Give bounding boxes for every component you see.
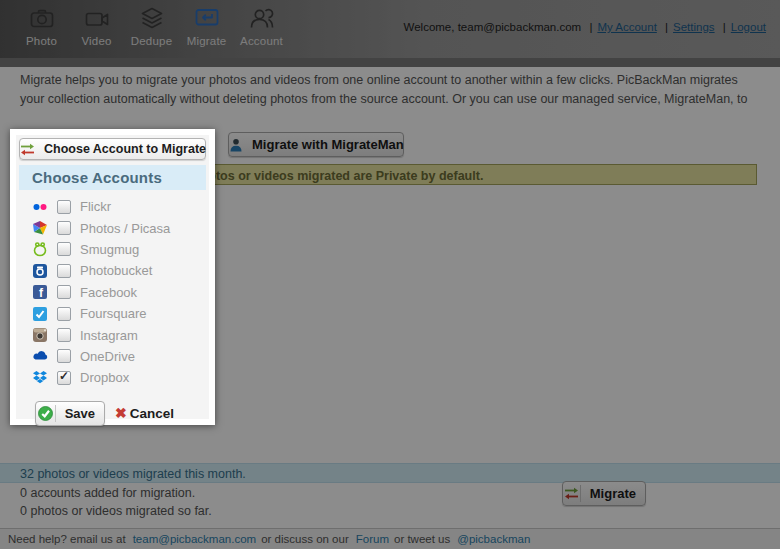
account-label: Foursquare xyxy=(80,306,146,321)
account-row-picasa[interactable]: Photos / Picasa xyxy=(32,217,206,238)
account-row-smugmug[interactable]: Smugmug xyxy=(32,239,206,260)
popup-actions: Save ✖ Cancel xyxy=(35,401,206,426)
facebook-icon: f xyxy=(32,284,48,300)
cancel-button[interactable]: ✖ Cancel xyxy=(115,405,174,421)
picasa-checkbox[interactable] xyxy=(57,221,71,235)
account-label: Flickr xyxy=(80,199,111,214)
account-label: Photos / Picasa xyxy=(80,221,170,236)
photos-picasa-icon xyxy=(32,220,48,236)
popup-title: Choose Accounts xyxy=(19,165,206,190)
account-row-onedrive[interactable]: OneDrive xyxy=(32,346,206,367)
facebook-checkbox[interactable] xyxy=(57,285,71,299)
save-button[interactable]: Save xyxy=(35,401,105,426)
foursquare-checkbox[interactable] xyxy=(57,307,71,321)
account-row-flickr[interactable]: Flickr xyxy=(32,196,206,217)
cancel-x-icon: ✖ xyxy=(115,405,127,421)
account-row-foursquare[interactable]: Foursquare xyxy=(32,303,206,324)
picbackman-migrate-screen: Photo Video Dedupe xyxy=(0,0,780,549)
account-label: Facebook xyxy=(80,285,137,300)
flickr-icon xyxy=(32,199,48,215)
onedrive-checkbox[interactable] xyxy=(57,349,71,363)
account-row-photobucket[interactable]: Photobucket xyxy=(32,260,206,281)
dropbox-icon xyxy=(32,370,48,386)
save-button-label: Save xyxy=(56,406,104,421)
account-label: Dropbox xyxy=(80,370,129,385)
account-label: Instagram xyxy=(80,328,138,343)
photobucket-checkbox[interactable] xyxy=(57,264,71,278)
cancel-button-label: Cancel xyxy=(130,406,174,421)
choose-accounts-popup: Choose Account to Migrate Choose Account… xyxy=(10,129,215,425)
account-row-instagram[interactable]: Instagram xyxy=(32,324,206,345)
flickr-checkbox[interactable] xyxy=(57,200,71,214)
photobucket-icon xyxy=(32,263,48,279)
swap-arrows-icon xyxy=(20,143,35,156)
smugmug-checkbox[interactable] xyxy=(57,242,71,256)
instagram-checkbox[interactable] xyxy=(57,328,71,342)
choose-account-button-label: Choose Account to Migrate xyxy=(35,142,215,156)
save-check-icon xyxy=(36,406,55,421)
dropbox-checkbox[interactable] xyxy=(57,371,71,385)
choose-account-to-migrate-button[interactable]: Choose Account to Migrate xyxy=(19,138,206,160)
choose-accounts-popup-body: Choose Account to Migrate Choose Account… xyxy=(16,135,209,419)
onedrive-icon xyxy=(32,348,48,364)
foursquare-icon xyxy=(32,306,48,322)
account-label: Smugmug xyxy=(80,242,139,257)
account-label: OneDrive xyxy=(80,349,135,364)
instagram-icon xyxy=(32,327,48,343)
account-label: Photobucket xyxy=(80,263,152,278)
account-row-dropbox[interactable]: Dropbox xyxy=(32,367,206,388)
account-list: Flickr Photos / Picasa xyxy=(19,190,206,389)
smugmug-icon xyxy=(32,241,48,257)
account-row-facebook[interactable]: f Facebook xyxy=(32,282,206,303)
